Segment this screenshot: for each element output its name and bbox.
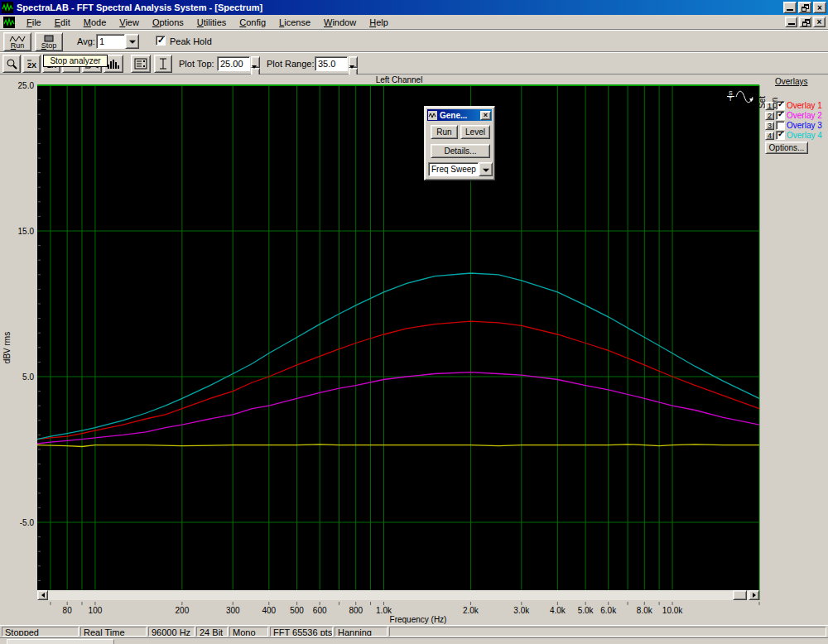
mdi-restore-icon [802, 19, 810, 26]
status-run-state: Stopped [2, 627, 79, 637]
bar-chart-icon [106, 58, 121, 70]
arrow-right-icon [753, 593, 756, 598]
scroll-left-button[interactable] [37, 590, 48, 600]
overlays-title[interactable]: Overlays [775, 77, 807, 86]
overlay-row-4: 4 Overlay 4 [765, 131, 822, 140]
y-tick-label: -5.0 [20, 518, 35, 527]
close-icon: × [484, 111, 488, 119]
plot-top-spinner[interactable] [251, 56, 260, 71]
stop-button[interactable]: Stop [35, 32, 63, 51]
generator-level-button[interactable]: Level [460, 125, 490, 139]
x-tick-label: 80 [63, 606, 73, 615]
window-title: SpectraLAB - FFT Spectral Analysis Syste… [17, 2, 783, 12]
generator-run-button[interactable]: Run [431, 125, 458, 139]
status-mode: Real Time [80, 627, 147, 637]
generator-close-button[interactable]: × [480, 111, 491, 120]
minimize-button[interactable] [783, 2, 797, 13]
menu-edit[interactable]: Edit [48, 16, 77, 29]
run-button[interactable]: Run [3, 32, 31, 51]
menu-file[interactable]: File [20, 16, 48, 29]
y-tick-label: 25.0 [18, 81, 35, 90]
mdi-close-button[interactable]: × [813, 17, 826, 27]
overlay-4-label: Overlay 4 [787, 131, 822, 140]
bottom-strip [0, 637, 828, 644]
peak-hold-checkbox[interactable] [156, 36, 166, 46]
tooltip: Stop analyzer [43, 55, 108, 67]
plot-range-spinner[interactable] [349, 56, 358, 71]
zoom-in-2x-button[interactable]: 2X [22, 55, 41, 73]
x-tick-label: 300 [226, 606, 240, 615]
overlay-3-set-button[interactable]: 3 [765, 122, 774, 130]
close-icon: × [817, 3, 822, 12]
menu-window[interactable]: Window [317, 16, 363, 29]
overlay-4-checkbox[interactable] [776, 131, 785, 140]
mdi-minimize-button[interactable] [785, 17, 797, 27]
overlay-3-label: Overlay 3 [787, 121, 822, 130]
document-icon[interactable] [3, 17, 15, 28]
plot-top-label: Plot Top: [179, 59, 214, 69]
mdi-restore-button[interactable] [799, 17, 811, 27]
status-bar: Stopped Real Time 96000 Hz 24 Bit Mono F… [0, 625, 828, 637]
overlay-4-set-button[interactable]: 4 [765, 132, 774, 140]
generator-icon [428, 111, 437, 120]
overlay-row-3: 3 Overlay 3 [765, 121, 822, 130]
restore-button[interactable] [798, 2, 811, 13]
overlay-options-button[interactable]: Options... [765, 142, 808, 154]
menu-options[interactable]: Options [146, 16, 190, 29]
scroll-right-button[interactable] [749, 590, 759, 600]
plot-background [37, 85, 759, 600]
avg-dropdown-button[interactable] [125, 34, 139, 49]
zoom-button[interactable] [2, 55, 21, 73]
i-beam-icon [159, 58, 167, 70]
menu-config[interactable]: Config [233, 16, 272, 29]
generator-details-button[interactable]: Details... [431, 144, 490, 158]
menu-license[interactable]: License [272, 16, 317, 29]
menu-mode[interactable]: Mode [77, 16, 113, 29]
overlay-2-set-button[interactable]: 2 [765, 112, 774, 120]
y-axis-title: dBV rms [2, 332, 12, 363]
overlays-panel: Overlays Set On 1 Overlay 1 2 Overlay 2 … [763, 74, 828, 240]
avg-label: Avg: [77, 36, 95, 46]
mdi-close-icon: × [817, 17, 822, 26]
horizontal-scrollbar[interactable] [37, 590, 759, 600]
generator-mode-dropdown[interactable] [479, 162, 493, 176]
marker-button[interactable] [154, 55, 172, 73]
generator-dialog-title: Gene... [440, 111, 480, 120]
x-tick-label: 5.0k [578, 606, 595, 615]
run-button-label: Run [11, 42, 25, 50]
overlay-2-checkbox[interactable] [776, 111, 785, 120]
minimized-window-stub[interactable] [7, 639, 114, 644]
secondary-toolbar: 2X 2X Plot Top: Plot Range: [0, 52, 828, 74]
status-fft-size: FFT 65536 pts [270, 627, 333, 637]
spectrum-plot[interactable]: 25.015.05.0-5.0801002003004005006008001.… [0, 74, 828, 625]
generator-dialog-titlebar[interactable]: Gene... × [427, 109, 492, 121]
settings-button[interactable] [131, 55, 151, 73]
plot-range-input[interactable] [315, 56, 348, 71]
generator-mode-combobox[interactable]: Freq Sweep [428, 162, 493, 176]
overlay-row-1: 1 Overlay 1 [765, 101, 822, 110]
main-toolbar: Run Stop Avg: 1 Peak Hold [0, 30, 828, 52]
generator-dialog[interactable]: Gene... × Run Level Details... Freq Swee… [424, 106, 495, 180]
plot-top-input[interactable] [217, 56, 250, 71]
menu-view[interactable]: View [113, 16, 146, 29]
x-tick-label: 10.0k [662, 606, 683, 615]
close-button[interactable]: × [813, 2, 826, 13]
x-tick-label: 2.0k [463, 606, 479, 615]
restore-icon [802, 4, 809, 12]
overlay-2-label: Overlay 2 [787, 111, 822, 120]
x-tick-label: 6.0k [600, 606, 617, 615]
x-axis-title: Frequency (Hz) [390, 615, 447, 624]
x-tick-label: 3.0k [513, 606, 530, 615]
zoom-in-2x-icon: 2X [25, 58, 38, 70]
avg-combobox[interactable]: 1 [96, 34, 139, 49]
scroll-thumb[interactable] [733, 590, 747, 600]
title-bar[interactable]: SpectraLAB - FFT Spectral Analysis Syste… [0, 0, 828, 15]
status-channels: Mono [229, 627, 268, 637]
menu-help[interactable]: Help [363, 16, 395, 29]
x-tick-label: 8.0k [637, 606, 653, 615]
menu-utilities[interactable]: Utilities [190, 16, 233, 29]
magnifier-icon [6, 58, 17, 70]
x-tick-label: 1.0k [376, 606, 392, 615]
chevron-down-icon [483, 168, 489, 171]
overlay-1-set-button[interactable]: 1 [765, 102, 774, 110]
